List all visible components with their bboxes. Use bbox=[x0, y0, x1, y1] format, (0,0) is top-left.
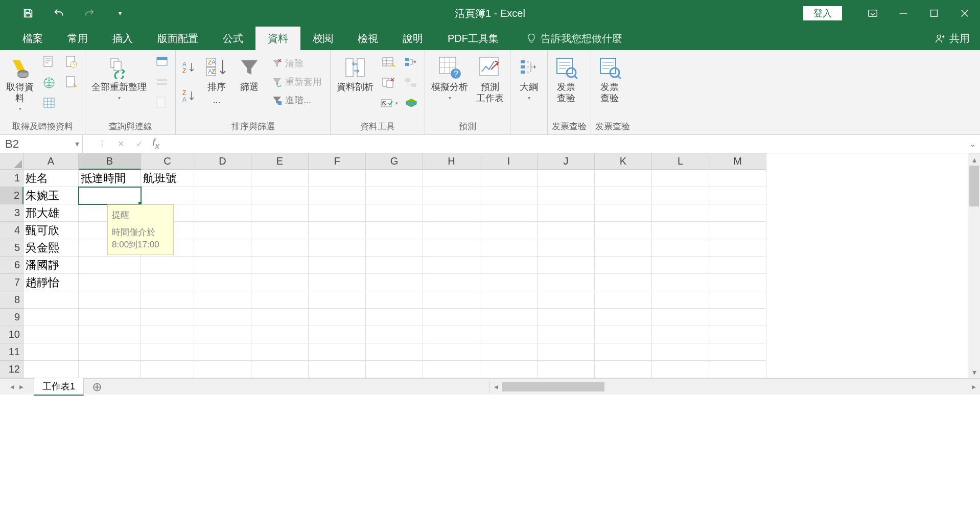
cell-K7[interactable] bbox=[595, 274, 652, 291]
cell-K2[interactable] bbox=[595, 187, 652, 204]
row-header-8[interactable]: 8 bbox=[0, 291, 24, 309]
cell-G12[interactable] bbox=[366, 361, 423, 378]
cell-L1[interactable] bbox=[652, 170, 709, 187]
cell-I3[interactable] bbox=[480, 204, 538, 222]
tab-data[interactable]: 資料 bbox=[255, 27, 300, 50]
col-header-I[interactable]: I bbox=[480, 153, 538, 170]
cell-F7[interactable] bbox=[309, 274, 366, 291]
cell-J11[interactable] bbox=[538, 343, 595, 361]
cell-L6[interactable] bbox=[652, 257, 709, 274]
save-button[interactable] bbox=[20, 6, 36, 21]
col-header-J[interactable]: J bbox=[538, 153, 595, 170]
cell-F3[interactable] bbox=[309, 204, 366, 222]
cell-J5[interactable] bbox=[538, 239, 595, 257]
col-header-G[interactable]: G bbox=[366, 153, 423, 170]
from-text-button[interactable] bbox=[40, 53, 58, 72]
cell-B12[interactable] bbox=[79, 361, 141, 378]
cell-C9[interactable] bbox=[141, 309, 194, 326]
cell-C10[interactable] bbox=[141, 326, 194, 343]
row-header-2[interactable]: 2 bbox=[0, 187, 24, 204]
cell-I5[interactable] bbox=[480, 239, 538, 257]
sheet-nav-next[interactable]: ▸ bbox=[19, 382, 24, 391]
col-header-D[interactable]: D bbox=[194, 153, 251, 170]
cell-F12[interactable] bbox=[309, 361, 366, 378]
row-header-4[interactable]: 4 bbox=[0, 222, 24, 239]
cell-B7[interactable] bbox=[79, 274, 141, 291]
cell-C7[interactable] bbox=[141, 274, 194, 291]
cell-D11[interactable] bbox=[194, 343, 251, 361]
cell-M3[interactable] bbox=[709, 204, 766, 222]
ribbon-options-button[interactable] bbox=[857, 0, 888, 27]
cell-I2[interactable] bbox=[480, 187, 538, 204]
row-header-1[interactable]: 1 bbox=[0, 170, 24, 187]
tab-formulas[interactable]: 公式 bbox=[211, 27, 255, 50]
col-header-B[interactable]: B bbox=[79, 153, 141, 170]
cell-E4[interactable] bbox=[251, 222, 309, 239]
cell-F2[interactable] bbox=[309, 187, 366, 204]
cell-G6[interactable] bbox=[366, 257, 423, 274]
cell-L12[interactable] bbox=[652, 361, 709, 378]
edit-links-button[interactable] bbox=[153, 94, 171, 112]
cell-L3[interactable] bbox=[652, 204, 709, 222]
cell-I1[interactable] bbox=[480, 170, 538, 187]
cell-A8[interactable] bbox=[24, 291, 79, 309]
from-table-button[interactable] bbox=[40, 94, 58, 112]
cell-H2[interactable] bbox=[423, 187, 480, 204]
vertical-scrollbar[interactable]: ▴ ▾ bbox=[968, 153, 980, 378]
cell-K1[interactable] bbox=[595, 170, 652, 187]
outline-button[interactable]: 大綱 ▾ bbox=[515, 53, 543, 103]
cell-L11[interactable] bbox=[652, 343, 709, 361]
cell-B2[interactable] bbox=[79, 187, 141, 204]
recent-sources-button[interactable] bbox=[62, 53, 81, 72]
cell-B11[interactable] bbox=[79, 343, 141, 361]
invoice-check-button-1[interactable]: 发票 查验 bbox=[552, 53, 580, 106]
cell-G4[interactable] bbox=[366, 222, 423, 239]
cell-M7[interactable] bbox=[709, 274, 766, 291]
tell-me-search[interactable]: 告訴我您想做什麼 bbox=[511, 32, 622, 45]
cell-H1[interactable] bbox=[423, 170, 480, 187]
cell-H4[interactable] bbox=[423, 222, 480, 239]
tab-view[interactable]: 檢視 bbox=[345, 27, 390, 50]
manage-data-model-button[interactable] bbox=[402, 94, 421, 112]
cell-J2[interactable] bbox=[538, 187, 595, 204]
consolidate-button[interactable] bbox=[402, 53, 421, 72]
cell-E12[interactable] bbox=[251, 361, 309, 378]
filter-button[interactable]: 篩選 bbox=[235, 53, 264, 95]
signin-button[interactable]: 登入 bbox=[803, 6, 842, 20]
cell-K12[interactable] bbox=[595, 361, 652, 378]
cell-L9[interactable] bbox=[652, 309, 709, 326]
cell-H11[interactable] bbox=[423, 343, 480, 361]
cell-E9[interactable] bbox=[251, 309, 309, 326]
cell-A11[interactable] bbox=[24, 343, 79, 361]
cell-D1[interactable] bbox=[194, 170, 251, 187]
cell-J7[interactable] bbox=[538, 274, 595, 291]
cell-K11[interactable] bbox=[595, 343, 652, 361]
properties-button[interactable] bbox=[153, 74, 171, 92]
cell-L2[interactable] bbox=[652, 187, 709, 204]
tab-page-layout[interactable]: 版面配置 bbox=[145, 27, 211, 50]
row-header-9[interactable]: 9 bbox=[0, 309, 24, 326]
cell-E10[interactable] bbox=[251, 326, 309, 343]
cell-G11[interactable] bbox=[366, 343, 423, 361]
col-header-K[interactable]: K bbox=[595, 153, 652, 170]
tab-help[interactable]: 說明 bbox=[390, 27, 435, 50]
cell-H10[interactable] bbox=[423, 326, 480, 343]
cell-B10[interactable] bbox=[79, 326, 141, 343]
cell-J9[interactable] bbox=[538, 309, 595, 326]
cell-C1[interactable]: 航班號 bbox=[141, 170, 194, 187]
cell-M6[interactable] bbox=[709, 257, 766, 274]
cell-B8[interactable] bbox=[79, 291, 141, 309]
cell-A1[interactable]: 姓名 bbox=[24, 170, 79, 187]
invoice-check-button-2[interactable]: 发票 查验 bbox=[595, 53, 624, 106]
cell-E3[interactable] bbox=[251, 204, 309, 222]
cell-H6[interactable] bbox=[423, 257, 480, 274]
cell-E1[interactable] bbox=[251, 170, 309, 187]
cell-F6[interactable] bbox=[309, 257, 366, 274]
cell-A7[interactable]: 趙靜怡 bbox=[24, 274, 79, 291]
remove-duplicates-button[interactable] bbox=[380, 74, 398, 92]
cell-M5[interactable] bbox=[709, 239, 766, 257]
redo-button[interactable] bbox=[82, 6, 97, 21]
cell-D6[interactable] bbox=[194, 257, 251, 274]
cell-D2[interactable] bbox=[194, 187, 251, 204]
clear-filter-button[interactable]: 清除 bbox=[268, 55, 326, 72]
